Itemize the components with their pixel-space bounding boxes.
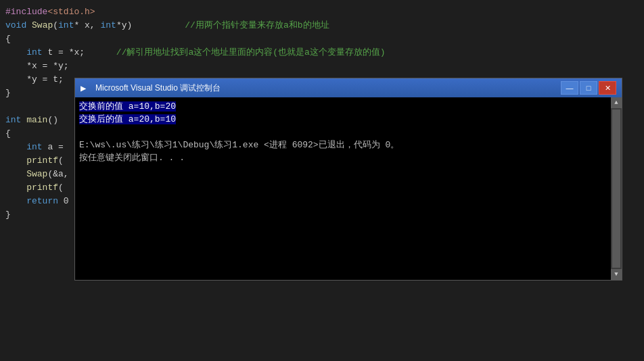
fn-swap: Swap (32, 19, 53, 32)
console-window: ▶ Microsoft Visual Studio 调试控制台 — □ ✕ 交换… (74, 78, 622, 281)
code-line-2: void Swap(int* x, int*y) //用两个指针变量来存放a和b… (0, 19, 644, 32)
close-button[interactable]: ✕ (599, 81, 616, 95)
console-line-4: E:\ws\.us\练习\练习1\Debug\练习1.exe <进程 6092>… (79, 139, 607, 151)
console-line-2: 交换后的值 a=20,b=10 (79, 113, 607, 126)
kw-int1: int (58, 19, 74, 32)
fn-printf2: printf (26, 181, 58, 195)
output-line-5-text: 按任意键关闭此窗口. . . (79, 153, 185, 163)
console-title: Microsoft Visual Studio 调试控制台 (95, 82, 561, 94)
kw-return: return (26, 195, 58, 208)
kw-int2: int (100, 19, 116, 32)
code-line-1: #include<stdio.h> (0, 5, 644, 19)
console-line-3 (79, 126, 607, 139)
keyword-include: #include (5, 5, 47, 19)
output-line-1-text: 交换前的值 a=10,b=20 (79, 101, 176, 112)
code-line-4: int t = *x; //解引用地址找到a这个地址里面的内容(也就是a这个变量… (0, 46, 644, 59)
kw-int-main: int (5, 114, 21, 127)
console-output: 交换前的值 a=10,b=20 交换后的值 a=20,b=10 E:\ws\.u… (75, 97, 611, 280)
code-line-3: { (0, 32, 644, 46)
fn-printf1: printf (26, 154, 58, 168)
console-scrollbar[interactable]: ▲ ▼ (611, 97, 622, 280)
kw-void: void (5, 19, 26, 32)
console-controls: — □ ✕ (561, 81, 616, 95)
console-body: 交换前的值 a=10,b=20 交换后的值 a=20,b=10 E:\ws\.u… (75, 97, 622, 280)
kw-int4: int (26, 141, 42, 154)
fn-main: main (26, 114, 47, 127)
console-app-icon: ▶ (80, 82, 91, 93)
scrollbar-thumb[interactable] (612, 110, 620, 268)
scrollbar-up-button[interactable]: ▲ (611, 97, 622, 108)
include-file: <stdio.h> (47, 5, 95, 19)
scrollbar-down-button[interactable]: ▼ (611, 269, 622, 280)
console-line-1: 交换前的值 a=10,b=20 (79, 100, 607, 113)
minimize-button[interactable]: — (561, 81, 578, 95)
comment-2: //解引用地址找到a这个地址里面的内容(也就是a这个变量存放的值) (116, 46, 386, 59)
console-line-5: 按任意键关闭此窗口. . . (79, 151, 607, 164)
fn-swap2: Swap (26, 168, 47, 181)
console-titlebar: ▶ Microsoft Visual Studio 调试控制台 — □ ✕ (75, 78, 622, 97)
maximize-button[interactable]: □ (580, 81, 597, 95)
kw-int3: int (26, 46, 42, 59)
output-line-4-text: E:\ws\.us\练习\练习1\Debug\练习1.exe <进程 6092>… (79, 140, 399, 150)
output-line-2-text: 交换后的值 a=20,b=10 (79, 114, 176, 124)
comment-1: //用两个指针变量来存放a和b的地址 (185, 19, 329, 32)
code-line-5: *x = *y; (0, 59, 644, 73)
